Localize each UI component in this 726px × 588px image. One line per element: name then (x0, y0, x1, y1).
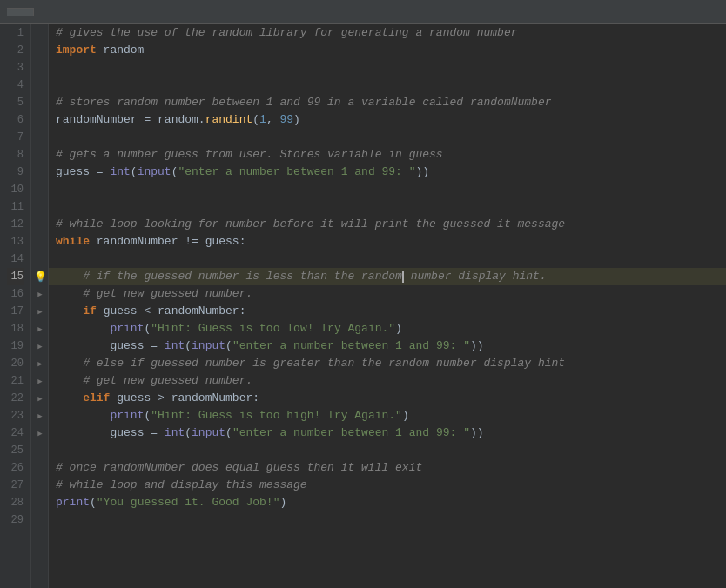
token-op: : (252, 390, 259, 407)
token-op: ) (395, 320, 402, 337)
token-op: ( (225, 337, 232, 355)
gutter-cell: ▶ (31, 372, 49, 390)
token-op: ( (90, 494, 97, 511)
gutter-cell (31, 494, 49, 511)
token-op: ) (402, 407, 409, 424)
tab[interactable] (7, 8, 34, 16)
token-op: ) (293, 111, 300, 129)
token-var: random (97, 42, 145, 59)
token-op: = (138, 111, 158, 129)
token-var: guess (56, 164, 90, 181)
token-cmt: # stores random number between 1 and 99 … (56, 94, 552, 111)
gutter-cell (31, 77, 49, 94)
code-line[interactable]: # get new guessed number. (49, 372, 726, 390)
code-line[interactable]: while randomNumber != guess: (49, 233, 726, 251)
gutter-cell: ▶ (31, 407, 49, 424)
line-number: 23 (7, 407, 24, 424)
code-line[interactable]: print("You guessed it. Good Job!") (49, 494, 726, 511)
token-op: < (138, 303, 158, 320)
code-line[interactable]: guess = int(input("enter a number betwee… (49, 337, 726, 355)
code-line[interactable]: # else if guessed number is greater than… (49, 355, 726, 372)
fold-icon[interactable]: ▶ (37, 290, 42, 299)
line-number: 22 (7, 390, 24, 407)
code-line[interactable]: randomNumber = random.randint(1, 99) (49, 111, 726, 129)
line-numbers: 1234567891011121314151617181920212223242… (0, 24, 31, 588)
token-op: )) (470, 337, 484, 355)
code-line[interactable]: # once randomNumber does equal guess the… (49, 459, 726, 477)
code-line[interactable] (49, 251, 726, 268)
token-builtin: int (165, 337, 185, 355)
code-line[interactable]: # gives the use of the random library fo… (49, 24, 726, 42)
fold-icon[interactable]: ▶ (37, 394, 42, 404)
hint-icon: 💡 (34, 271, 47, 284)
token-str: "enter a number between 1 and 99: " (178, 164, 415, 181)
code-line[interactable]: # if the guessed number is less than the… (49, 268, 726, 285)
fold-icon[interactable]: ▶ (37, 411, 42, 421)
token-str: "You guessed it. Good Job!" (97, 494, 280, 511)
fold-icon[interactable]: ▶ (37, 324, 42, 334)
token-op: ( (171, 164, 178, 181)
code-line[interactable]: # gets a number guess from user. Stores … (49, 146, 726, 164)
line-number: 12 (7, 216, 24, 233)
code-line[interactable]: import random (49, 42, 726, 59)
code-line[interactable]: print("Hint: Guess is too low! Try Again… (49, 320, 726, 337)
code-line[interactable]: # stores random number between 1 and 99 … (49, 94, 726, 111)
code-line[interactable]: if guess < randomNumber: (49, 303, 726, 320)
token-builtin: input (192, 424, 225, 442)
line-number: 15 (7, 268, 24, 285)
gutter-cell: 💡 (31, 268, 49, 285)
token-op: ( (225, 424, 232, 442)
code-line[interactable] (49, 181, 726, 198)
code-line[interactable]: guess = int(input("enter a number betwee… (49, 424, 726, 442)
code-line[interactable] (49, 77, 726, 94)
line-number: 24 (7, 424, 24, 442)
gutter-cell (31, 42, 49, 59)
token-op: != (178, 233, 205, 251)
token-var: guess (97, 303, 138, 320)
token-var: guess (205, 233, 239, 251)
token-cmt: # else if guessed number is greater than… (83, 355, 565, 372)
fold-icon[interactable]: ▶ (37, 429, 42, 438)
code-line[interactable] (49, 198, 726, 216)
gutter-cell (31, 111, 49, 129)
code-area[interactable]: # gives the use of the random library fo… (49, 24, 726, 588)
token-cmt: # gets a number guess from user. Stores … (56, 146, 443, 164)
code-line[interactable]: # get new guessed number. (49, 285, 726, 303)
code-line[interactable] (49, 59, 726, 77)
token-op: = (90, 164, 110, 181)
token-var: randomNumber (56, 111, 138, 129)
gutter-cell: ▶ (31, 355, 49, 372)
code-line[interactable]: print("Hint: Guess is too high! Try Agai… (49, 407, 726, 424)
line-number: 27 (7, 477, 24, 494)
token-str: "enter a number between 1 and 99: " (232, 337, 470, 355)
token-cmt: # once randomNumber does equal guess the… (56, 459, 422, 477)
token-op: )) (416, 164, 430, 181)
code-line[interactable] (49, 442, 726, 459)
token-op: ( (252, 111, 259, 129)
token-var: guess (110, 424, 144, 442)
line-number: 16 (7, 285, 24, 303)
line-number: 1 (7, 24, 24, 42)
code-line[interactable]: elif guess > randomNumber: (49, 390, 726, 407)
token-op: ( (185, 424, 192, 442)
fold-icon[interactable]: ▶ (37, 342, 42, 351)
fold-icon[interactable]: ▶ (37, 359, 42, 369)
code-line[interactable] (49, 129, 726, 146)
token-var: guess (110, 337, 144, 355)
line-number: 29 (7, 511, 24, 529)
token-builtin: int (110, 164, 130, 181)
line-number: 26 (7, 459, 24, 477)
line-number: 2 (7, 42, 24, 59)
code-line[interactable]: # while loop looking for number before i… (49, 216, 726, 233)
token-cmt: # if the guessed number is less than the… (56, 268, 402, 285)
fold-icon[interactable]: ▶ (37, 307, 42, 317)
gutter-cell (31, 198, 49, 216)
code-line[interactable] (49, 511, 726, 529)
code-line[interactable]: guess = int(input("enter a number betwee… (49, 164, 726, 181)
token-op: ( (144, 320, 151, 337)
gutter-cell (31, 251, 49, 268)
fold-icon[interactable]: ▶ (37, 377, 42, 386)
code-line[interactable]: # while loop and display this message (49, 477, 726, 494)
line-number: 25 (7, 442, 24, 459)
token-op: = (144, 424, 164, 442)
